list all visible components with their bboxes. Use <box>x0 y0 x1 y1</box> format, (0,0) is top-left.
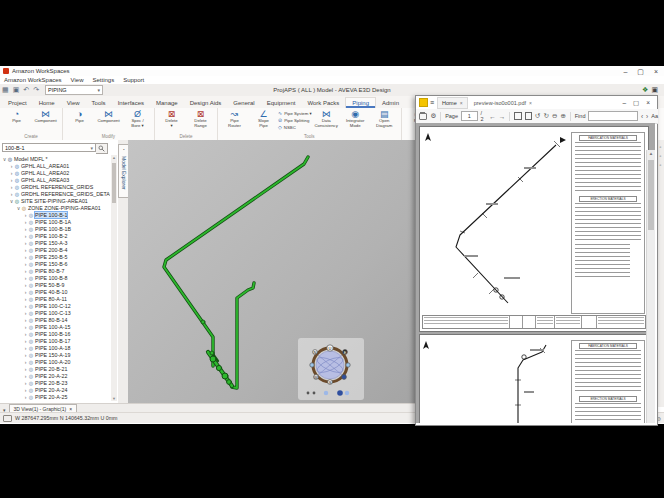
ribbon-tab[interactable]: Equipment <box>261 98 302 108</box>
tree-item[interactable]: › ◎ GPHL ALL_AREA02 <box>0 169 110 176</box>
tree-item[interactable]: ∨ ◎ SITE SITE-PIPING-AREA01 <box>0 197 110 204</box>
pin-icon[interactable]: ▪ <box>123 147 124 152</box>
rotate-ccw-icon[interactable]: ↺ <box>535 112 540 120</box>
ribbon-tab[interactable]: Project <box>2 98 33 108</box>
tree-item[interactable]: › ◎ PIPE 20-A-25 <box>0 393 110 400</box>
close-button[interactable]: × <box>654 68 658 75</box>
ribbon-small-button[interactable]: ◇ NSBC <box>278 124 312 130</box>
tree-item[interactable]: ∨ ◎ ZONE ZONE-PIPING-AREA01 <box>0 204 110 211</box>
tree-item[interactable]: › ◎ GRDHL REFERENCE_GRIDS <box>0 183 110 190</box>
ribbon-tab[interactable]: General <box>227 98 260 108</box>
ribbon-tab[interactable]: Interfaces <box>112 98 150 108</box>
tree-item[interactable]: › ◎ PIPE 100-A-15 <box>0 323 110 330</box>
tree-item[interactable]: › ◎ PIPE 100-B-1 <box>0 211 110 218</box>
close-tab-icon[interactable]: × <box>529 100 532 106</box>
ribbon-button[interactable]: ⋈ Data Consistency <box>313 109 340 134</box>
tree-item[interactable]: › ◎ PIPE 20-A-22 <box>0 372 110 379</box>
find-prev-icon[interactable]: ‹ <box>641 113 643 120</box>
explorer-search-input[interactable]: 100-B-1 ▾ <box>2 143 96 152</box>
menu-item[interactable]: View <box>71 77 84 83</box>
pdf-tab-file[interactable]: preview-iso0o001.pdf × <box>470 98 536 108</box>
tree-item[interactable]: › ◎ PIPE 100-B-17 <box>0 337 110 344</box>
close-button[interactable]: × <box>646 99 650 107</box>
forward-icon[interactable]: → <box>499 113 506 120</box>
ribbon-button[interactable]: ⋈ Component <box>32 109 59 134</box>
tree-item[interactable]: › ◎ PIPE 150-B-6 <box>0 260 110 267</box>
tree-item[interactable]: › ◎ PIPE 100-B-8 <box>0 274 110 281</box>
ribbon-button[interactable]: ▤ Open Diagram <box>371 109 398 134</box>
ribbon-button[interactable]: ∠ Slope Pipe <box>250 109 277 134</box>
pdf-content-area[interactable]: FABRICATION MATERIALS ERECTION MATERIALS <box>416 123 655 423</box>
quick-access-icon[interactable]: ▦ <box>2 86 9 94</box>
tree-item[interactable]: › ◎ PIPE 20-A-24 <box>0 386 110 393</box>
tree-item[interactable]: › ◎ PIPE 100-C-13 <box>0 309 110 316</box>
find-input[interactable] <box>588 111 637 121</box>
ribbon-tab[interactable]: Admin <box>376 98 405 108</box>
scroll-thumb[interactable] <box>112 163 116 203</box>
ribbon-button[interactable]: ⊠ Delete ▾ <box>158 109 185 134</box>
ribbon-small-button[interactable]: ⊘ Pipe Splitting <box>278 117 312 123</box>
ribbon-tab[interactable]: Work Packs <box>301 98 345 108</box>
fit-width-icon[interactable] <box>514 112 522 120</box>
ribbon-tab[interactable]: Piping <box>345 97 376 108</box>
tree-item[interactable]: › ◎ PIPE 100-A-18 <box>0 344 110 351</box>
tree-item[interactable]: › ◎ GRDHL REFERENCE_GRIDS_DETAIL <box>0 190 110 197</box>
default-mode-combobox[interactable]: PIPING ▾ <box>45 85 103 95</box>
tree-item[interactable]: › ◎ GPHL ALL_AREA01 <box>0 162 110 169</box>
ribbon-button[interactable]: ⋈ Component <box>95 109 122 134</box>
ribbon-button[interactable]: ◉ Integrator Mode <box>342 109 369 134</box>
help-icon[interactable]: ▣ <box>651 86 658 94</box>
dock-icon[interactable]: ▫ <box>660 153 662 159</box>
tree-item[interactable]: ∨ ◎ Model MDFL * <box>0 155 110 162</box>
ribbon-button[interactable]: ◑ Pipe <box>66 109 93 134</box>
ribbon-button[interactable]: ⊠ Delete Range <box>187 109 214 134</box>
tree-item[interactable]: › ◎ PIPE 200-B-4 <box>0 246 110 253</box>
close-tab-icon[interactable]: × <box>460 100 463 106</box>
scroll-up-icon[interactable]: ▲ <box>647 151 655 156</box>
ribbon-button[interactable]: ↝ Pipe Router <box>221 109 248 134</box>
rotate-cw-icon[interactable]: ↻ <box>543 112 548 120</box>
scroll-up-icon[interactable]: ▲ <box>111 155 117 160</box>
ribbon-tab[interactable]: Home <box>33 98 61 108</box>
tree-item[interactable]: › ◎ PIPE 20-B-21 <box>0 365 110 372</box>
maximize-button[interactable]: ▢ <box>633 99 639 107</box>
zoom-in-icon[interactable]: ⊕ <box>560 112 565 120</box>
tree-item[interactable]: › ◎ PIPE 80-B-14 <box>0 316 110 323</box>
tree-item[interactable]: › ◎ PIPE 50-B-9 <box>0 281 110 288</box>
message-bubble-icon[interactable] <box>3 415 12 422</box>
ribbon-small-button[interactable]: ∿ Pipe System ▾ <box>278 110 312 116</box>
menu-item[interactable]: Amazon WorkSpaces <box>4 77 62 83</box>
maximize-button[interactable]: ▢ <box>637 68 644 75</box>
tree-item[interactable]: › ◎ PIPE 40-B-10 <box>0 288 110 295</box>
ribbon-tab[interactable]: Tools <box>86 98 112 108</box>
search-button[interactable] <box>96 143 108 154</box>
gear-icon[interactable]: ⚙ <box>430 112 436 120</box>
minimize-button[interactable]: – <box>622 99 626 107</box>
tree-item[interactable]: › ◎ PIPE 100-B-16 <box>0 330 110 337</box>
menu-item[interactable]: Settings <box>93 77 115 83</box>
tree-scrollbar[interactable]: ▲ ▼ <box>111 155 117 401</box>
menu-item[interactable]: Support <box>123 77 144 83</box>
ribbon-button[interactable]: Ø Spec / Bore ▾ <box>124 109 151 134</box>
hamburger-menu-icon[interactable]: ≡ <box>430 99 434 106</box>
text-select-tool[interactable]: Aa <box>651 113 658 119</box>
tree-item[interactable]: › ◎ PIPE 80-A-11 <box>0 295 110 302</box>
tree-item[interactable]: › ◎ PIPE 100-C-12 <box>0 302 110 309</box>
pdf-scrollbar[interactable]: ▲ ▼ <box>646 150 655 423</box>
single-page-icon[interactable] <box>525 112 532 120</box>
ribbon-tab[interactable]: View <box>61 98 86 108</box>
tree-item[interactable]: › ◎ PIPE 80-B-7 <box>0 267 110 274</box>
ribbon-tab[interactable]: Design Aids <box>184 98 228 108</box>
tree-item[interactable]: › ◎ PIPE 150-A-3 <box>0 239 110 246</box>
dock-icon[interactable]: ▫ <box>660 144 662 150</box>
tree-item[interactable]: › ◎ PIPE 250-B-5 <box>0 253 110 260</box>
scroll-thumb[interactable] <box>648 160 654 230</box>
minimize-button[interactable]: – <box>623 68 627 75</box>
tree-item[interactable]: › ◎ PIPE 100-A-20 <box>0 358 110 365</box>
tree-item[interactable]: › ◎ PIPE 100-B-2 <box>0 232 110 239</box>
scroll-down-icon[interactable]: ▼ <box>111 396 117 401</box>
tree-item[interactable]: › ◎ PIPE 100-B-1B <box>0 225 110 232</box>
zoom-out-icon[interactable]: ⊖ <box>552 112 557 120</box>
ribbon-button[interactable]: ◔ Pipe <box>3 109 30 134</box>
tree-item[interactable]: › ◎ PIPE 150-A-19 <box>0 351 110 358</box>
